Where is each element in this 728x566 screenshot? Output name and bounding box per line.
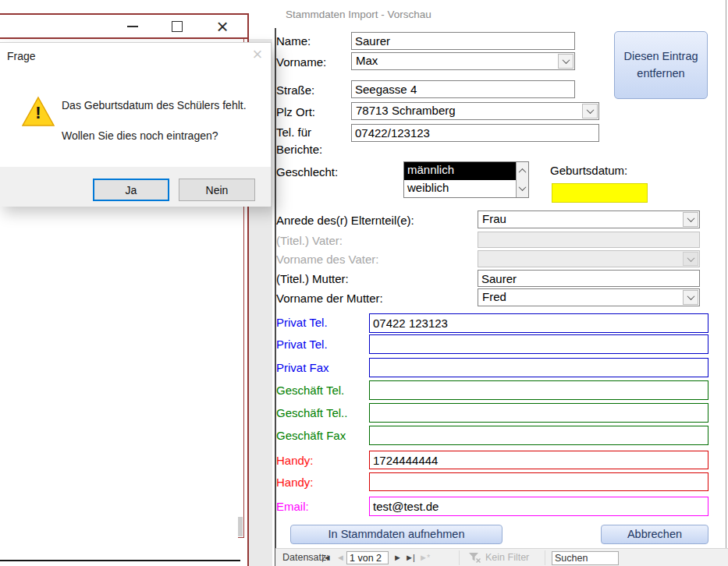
nav-previous-button[interactable]: ◄: [336, 553, 344, 562]
minimize-icon: [127, 26, 138, 27]
geburtsdatum-input[interactable]: [552, 183, 648, 203]
privat-tel-1-input[interactable]: [369, 313, 708, 333]
anrede-combobox[interactable]: Frau: [478, 210, 700, 228]
handy-2-input[interactable]: [369, 472, 708, 491]
email-label: Email:: [276, 500, 309, 513]
preview-panel-right-border: [726, 0, 726, 566]
maximize-button[interactable]: [167, 19, 187, 34]
remove-entry-button[interactable]: Diesen Eintrag entfernen: [614, 31, 708, 99]
chevron-up-icon: [519, 168, 527, 176]
vorname-mutter-combobox[interactable]: Fred: [478, 288, 700, 306]
name-input[interactable]: [351, 32, 575, 50]
maximize-icon: [172, 21, 183, 32]
vorname-combobox[interactable]: Max: [351, 52, 575, 70]
dialog-title: Frage: [7, 50, 36, 62]
back-window-scrollbar-fragment[interactable]: [238, 517, 243, 536]
chevron-down-icon: [687, 254, 694, 262]
chevron-down-icon: [687, 214, 694, 222]
titel-vater-input: [478, 232, 700, 248]
chevron-down-icon: [687, 292, 694, 300]
close-icon: ×: [216, 16, 228, 37]
vorname-mutter-value: Fred: [482, 290, 506, 303]
anrede-dropdown-button[interactable]: [683, 212, 698, 227]
back-window-titlebar-border: [0, 37, 247, 39]
scroll-up-button[interactable]: [517, 162, 528, 180]
privat-tel-2-label: Privat Tel.: [276, 338, 328, 351]
vorname-vater-label: Vorname des Vater:: [276, 253, 378, 266]
nav-last-button[interactable]: ►|: [405, 553, 414, 562]
privat-tel-1-label: Privat Tel.: [276, 316, 328, 329]
search-input[interactable]: [552, 551, 619, 565]
close-button[interactable]: ×: [212, 16, 233, 37]
back-window-bottom-edge: [0, 560, 240, 561]
filter-status-label[interactable]: Kein Filter: [485, 552, 529, 563]
record-navigator-bar: Datensatz: |◄ ◄ ► ►| ►* Kein Filter: [275, 548, 728, 566]
handy-1-label: Handy:: [276, 454, 314, 467]
warning-icon: !: [22, 96, 55, 127]
statusbar-separator: [545, 550, 545, 565]
vorname-mutter-label: Vorname der Mutter:: [276, 292, 383, 305]
titel-mutter-input[interactable]: [478, 270, 700, 287]
back-window-border-top: [0, 13, 249, 15]
accept-button[interactable]: In Stammdaten aufnehmen: [290, 525, 502, 544]
frage-dialog: Frage × ! Das Geburtsdatum des Schülers …: [0, 42, 272, 206]
handy-2-label: Handy:: [276, 476, 314, 489]
record-position-input[interactable]: [346, 551, 389, 564]
geburtsdatum-label: Geburtsdatum:: [550, 164, 627, 177]
handy-1-input[interactable]: [369, 451, 708, 469]
nav-new-record-button[interactable]: ►*: [419, 553, 429, 562]
chevron-down-icon: [519, 183, 527, 191]
anrede-value: Frau: [482, 212, 506, 225]
nav-next-button[interactable]: ►: [393, 553, 401, 562]
geschlecht-option-maennlich[interactable]: männlich: [404, 162, 516, 180]
tel-berichte-input[interactable]: [351, 124, 599, 142]
email-input[interactable]: [369, 497, 708, 516]
exclamation-glyph: !: [22, 103, 55, 123]
vorname-value: Max: [356, 54, 378, 67]
geschlecht-options: männlich weiblich: [404, 162, 516, 197]
privat-fax-label: Privat Fax: [276, 361, 329, 374]
screen: × Stammdaten Import - Vorschau Name: Vor…: [0, 0, 728, 566]
nein-button[interactable]: Nein: [179, 179, 255, 201]
scroll-down-button[interactable]: [517, 180, 528, 198]
filter-icon[interactable]: [468, 552, 481, 566]
geschaeft-tel-1-input[interactable]: [369, 380, 708, 400]
titel-vater-label: (Titel.) Vater:: [276, 234, 343, 247]
plz-ort-value: 78713 Schramberg: [356, 104, 456, 117]
nav-first-button[interactable]: |◄: [321, 553, 331, 562]
privat-fax-input[interactable]: [369, 358, 708, 377]
preview-panel-title: Stammdaten Import - Vorschau: [286, 9, 431, 20]
vorname-dropdown-button[interactable]: [558, 54, 574, 69]
geschaeft-fax-input[interactable]: [369, 426, 708, 445]
close-icon: ×: [253, 46, 263, 63]
geschaeft-fax-label: Geschäft Fax: [276, 429, 346, 442]
ja-button[interactable]: Ja: [93, 179, 169, 201]
plz-ort-label: Plz Ort:: [276, 105, 315, 119]
back-window-inner-border-corner: [238, 537, 244, 538]
geschlecht-listbox[interactable]: männlich weiblich: [403, 161, 529, 198]
strasse-input[interactable]: [351, 80, 575, 98]
statusbar-separator: [459, 550, 460, 565]
plz-ort-combobox[interactable]: 78713 Schramberg: [351, 102, 599, 120]
geschaeft-tel-2-label: Geschäft Tel..: [276, 406, 347, 419]
plz-ort-dropdown-button[interactable]: [582, 104, 598, 119]
chevron-down-icon: [586, 106, 594, 114]
vorname-mutter-dropdown-button[interactable]: [683, 290, 698, 305]
geschaeft-tel-1-label: Geschäft Tel.: [276, 384, 344, 397]
geschaeft-tel-2-input[interactable]: [369, 403, 708, 423]
strasse-label: Straße:: [276, 83, 314, 97]
titel-mutter-label: (Titel.) Mutter:: [276, 272, 349, 285]
dialog-message-line2: Wollen Sie dies noch eintragen?: [62, 129, 218, 142]
dialog-message-line1: Das Geburtsdatum des Schülers fehlt.: [62, 99, 247, 111]
anrede-label: Anrede des(r) Elternteil(e):: [276, 214, 414, 227]
chevron-down-icon: [562, 56, 570, 64]
dialog-close-button[interactable]: ×: [246, 44, 269, 65]
vorname-label: Vorname:: [276, 55, 326, 69]
geschlecht-scrollbar[interactable]: [516, 162, 528, 197]
name-label: Name:: [276, 34, 311, 48]
geschlecht-option-weiblich[interactable]: weiblich: [404, 180, 516, 198]
minimize-button[interactable]: [123, 19, 143, 34]
vorname-vater-dropdown-button: [683, 252, 698, 266]
cancel-button[interactable]: Abbrechen: [601, 525, 708, 544]
privat-tel-2-input[interactable]: [369, 334, 708, 354]
